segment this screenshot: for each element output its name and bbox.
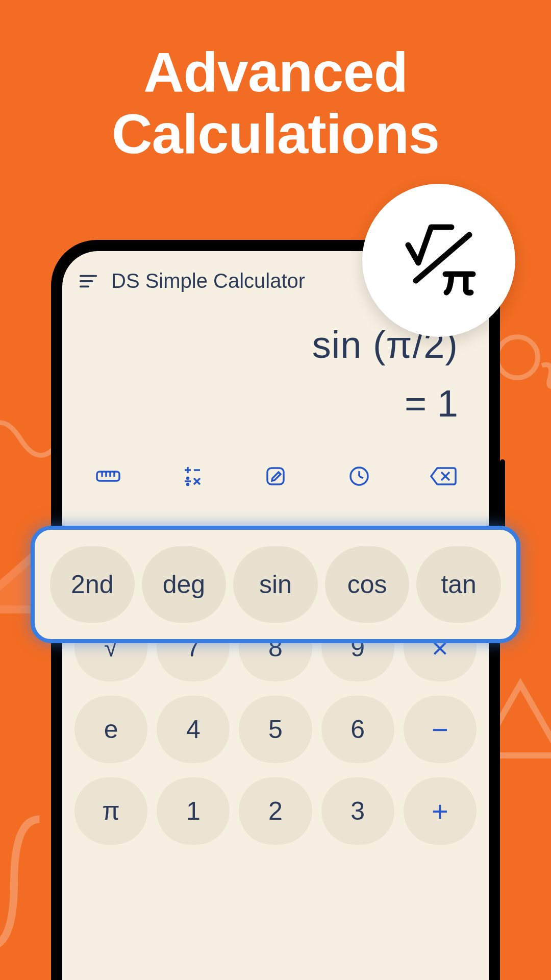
key-6[interactable]: 6 xyxy=(321,696,394,763)
key-plus[interactable]: + xyxy=(404,777,477,845)
key-deg[interactable]: deg xyxy=(142,546,227,623)
math-badge xyxy=(362,184,515,337)
key-cos[interactable]: cos xyxy=(325,546,410,623)
key-5[interactable]: 5 xyxy=(239,696,312,763)
keypad-row-3: π 1 2 3 + xyxy=(74,777,477,845)
toolbar xyxy=(62,446,489,502)
app-title: DS Simple Calculator xyxy=(111,270,305,292)
key-tan[interactable]: tan xyxy=(416,546,501,623)
history-icon[interactable] xyxy=(344,461,374,492)
promo-headline: Advanced Calculations xyxy=(0,41,551,164)
svg-point-0 xyxy=(497,337,538,378)
svg-point-14 xyxy=(187,484,189,485)
menu-icon[interactable] xyxy=(80,274,99,289)
svg-line-20 xyxy=(359,476,363,478)
sqrt-over-pi-icon xyxy=(395,217,482,304)
key-2nd[interactable]: 2nd xyxy=(50,546,135,623)
operators-icon[interactable] xyxy=(177,461,207,492)
ruler-icon[interactable] xyxy=(93,461,123,492)
key-sin[interactable]: sin xyxy=(233,546,318,623)
scientific-row-highlight: 2nd deg sin cos tan xyxy=(31,526,520,643)
keypad-row-2: e 4 5 6 − xyxy=(74,696,477,763)
display-expression: sin (π/2) xyxy=(83,323,458,366)
key-pi[interactable]: π xyxy=(74,777,147,845)
svg-rect-4 xyxy=(97,472,119,481)
promo-line1: Advanced xyxy=(143,40,408,103)
backspace-icon[interactable] xyxy=(428,461,458,492)
key-2[interactable]: 2 xyxy=(239,777,312,845)
key-3[interactable]: 3 xyxy=(321,777,394,845)
promo-line2: Calculations xyxy=(112,102,439,165)
key-4[interactable]: 4 xyxy=(157,696,230,763)
edit-icon[interactable] xyxy=(260,461,291,492)
svg-point-13 xyxy=(187,478,189,479)
display-result: = 1 xyxy=(83,382,458,425)
key-1[interactable]: 1 xyxy=(157,777,230,845)
key-e[interactable]: e xyxy=(74,696,147,763)
key-minus[interactable]: − xyxy=(404,696,477,763)
